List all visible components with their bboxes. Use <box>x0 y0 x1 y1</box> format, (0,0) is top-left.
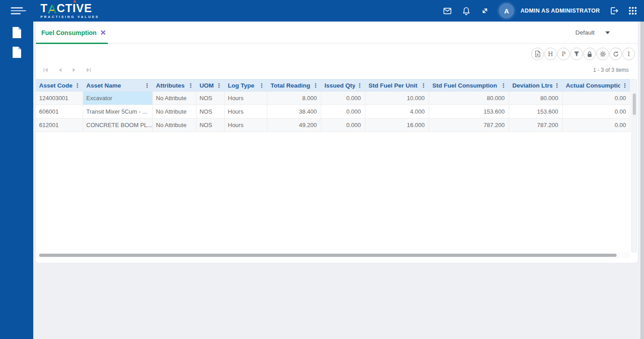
table-cell[interactable]: 0.00 <box>563 119 631 132</box>
table-cell[interactable]: 0.00 <box>563 105 631 118</box>
table-cell[interactable]: 606001 <box>36 105 83 118</box>
avatar[interactable]: A <box>499 3 514 18</box>
column-menu-icon[interactable]: ⋮ <box>419 82 428 89</box>
table-cell[interactable]: No Attribute <box>153 92 196 105</box>
column-header-asset-name[interactable]: Asset Name⋮ <box>83 79 153 91</box>
column-menu-icon[interactable]: ⋮ <box>214 82 224 89</box>
column-header-label: Actual Consumption <box>566 82 620 89</box>
last-page-button[interactable] <box>84 66 93 75</box>
table-cell[interactable]: 16.000 <box>365 119 429 132</box>
table-cell[interactable]: Hours <box>225 105 267 118</box>
table-cell[interactable]: NOS <box>196 92 225 105</box>
table-cell[interactable]: 0.00 <box>563 92 631 105</box>
pagination-controls <box>40 66 93 75</box>
hamburger-menu-icon[interactable] <box>0 7 33 14</box>
table-row[interactable]: 124003001ExcavatorNo AttributeNOSHours8.… <box>36 92 631 105</box>
bell-icon[interactable] <box>461 6 471 16</box>
table-cell[interactable]: No Attribute <box>153 105 196 118</box>
column-header-std-fuel-per-unit[interactable]: Std Fuel Per Unit⋮ <box>365 79 429 91</box>
column-header-attributes[interactable]: Attributes⋮ <box>153 79 196 91</box>
table-cell[interactable]: 612001 <box>36 119 83 132</box>
table-cell[interactable]: 4.000 <box>365 105 429 118</box>
logo-letters-ct: CT <box>57 3 72 14</box>
column-header-issued-qty[interactable]: Issued Qty⋮ <box>321 79 365 91</box>
column-menu-icon[interactable]: ⋮ <box>355 82 364 89</box>
left-sidebar <box>0 22 33 339</box>
column-menu-icon[interactable]: ⋮ <box>186 82 195 89</box>
table-cell[interactable]: 153.600 <box>509 105 563 118</box>
user-role-label: ADMIN AS ADMINISTRATOR <box>520 8 600 14</box>
table-cell[interactable]: NOS <box>196 119 225 132</box>
table-cell[interactable]: Hours <box>225 92 267 105</box>
sidebar-document-icon-2[interactable] <box>8 45 26 59</box>
browser-scrollbar[interactable] <box>640 22 644 339</box>
column-header-actual-consumption[interactable]: Actual Consumption⋮ <box>563 79 631 91</box>
mail-icon[interactable] <box>442 6 452 16</box>
main-content: Fuel Consumption Default H <box>33 22 644 339</box>
vertical-scrollbar[interactable] <box>631 79 637 252</box>
next-page-button[interactable] <box>69 66 79 75</box>
table-cell[interactable]: 0.000 <box>321 119 365 132</box>
table-cell[interactable]: 0.000 <box>321 105 365 118</box>
vertical-scrollbar-thumb[interactable] <box>633 93 636 115</box>
column-header-deviation-ltrs[interactable]: Deviation Ltrs⋮ <box>509 79 563 91</box>
sidebar-document-icon-1[interactable] <box>8 25 26 40</box>
column-glyph: I <box>627 51 630 57</box>
table-row[interactable]: 606001Transit Mixer 5Cum - ...No Attribu… <box>36 105 631 119</box>
table-cell[interactable]: 49.200 <box>267 119 321 132</box>
expand-icon[interactable] <box>480 6 490 16</box>
table-cell[interactable]: 38.400 <box>267 105 321 118</box>
table-row[interactable]: 612001CONCRETE BOOM PL...No AttributeNOS… <box>36 119 631 132</box>
table-cell[interactable]: 124003001 <box>36 92 83 105</box>
column-menu-icon[interactable]: ⋮ <box>142 82 152 89</box>
column-menu-icon[interactable]: ⋮ <box>499 82 508 89</box>
table-cell[interactable]: Transit Mixer 5Cum - ... <box>83 105 153 118</box>
table-cell[interactable]: No Attribute <box>153 119 196 132</box>
column-menu-icon[interactable]: ⋮ <box>552 82 562 89</box>
column-header-label: Issued Qty <box>324 82 355 89</box>
view-selector-dropdown[interactable]: Default <box>575 22 610 44</box>
table-cell[interactable]: 8.000 <box>267 92 321 105</box>
table-cell[interactable]: 153.600 <box>429 105 509 118</box>
table-cell[interactable]: CONCRETE BOOM PL... <box>83 119 153 132</box>
content-panel: Fuel Consumption Default H <box>36 22 638 263</box>
apps-grid-icon[interactable] <box>628 6 638 16</box>
column-settings-button[interactable]: I <box>622 48 635 60</box>
filter-button[interactable] <box>570 48 583 60</box>
column-header-log-type[interactable]: Log Type⋮ <box>225 79 267 91</box>
column-menu-icon[interactable]: ⋮ <box>311 82 320 89</box>
refresh-button[interactable] <box>609 48 622 60</box>
previous-page-button[interactable] <box>55 66 65 75</box>
table-cell[interactable]: 0.000 <box>321 92 365 105</box>
lock-button[interactable] <box>583 48 596 60</box>
table-cell[interactable]: Excavator <box>83 92 153 105</box>
horizontal-scrollbar[interactable] <box>37 252 631 258</box>
html-export-button[interactable]: H <box>544 48 557 60</box>
table-cell[interactable]: Hours <box>225 119 267 132</box>
tab-bar: Fuel Consumption Default <box>36 22 638 44</box>
settings-gear-icon[interactable] <box>596 48 609 60</box>
excel-export-button[interactable] <box>531 48 544 60</box>
column-header-uom[interactable]: UOM⋮ <box>196 79 225 91</box>
column-menu-icon[interactable]: ⋮ <box>257 82 266 89</box>
logout-icon[interactable] <box>609 6 619 16</box>
table-cell[interactable]: 787.200 <box>509 119 563 132</box>
horizontal-scrollbar-thumb[interactable] <box>39 254 617 257</box>
column-menu-icon[interactable]: ⋮ <box>73 82 82 89</box>
tab-fuel-consumption[interactable]: Fuel Consumption <box>36 22 108 44</box>
table-cell[interactable]: 80.000 <box>509 92 563 105</box>
table-cell[interactable]: 10.000 <box>365 92 429 105</box>
pdf-glyph: P <box>562 51 566 57</box>
pdf-export-button[interactable]: P <box>557 48 570 60</box>
first-page-button[interactable] <box>40 66 50 75</box>
table-cell[interactable]: 80.000 <box>429 92 509 105</box>
column-menu-icon[interactable]: ⋮ <box>620 82 630 89</box>
tab-close-icon[interactable] <box>101 30 106 35</box>
table-cell[interactable]: NOS <box>196 105 225 118</box>
column-header-std-fuel-consumption[interactable]: Std Fuel Consumption⋮ <box>429 79 509 91</box>
column-header-asset-code[interactable]: Asset Code⋮ <box>36 79 83 91</box>
column-header-total-reading[interactable]: Total Reading⋮ <box>267 79 321 91</box>
table-cell[interactable]: 787.200 <box>429 119 509 132</box>
items-count-label: 1 - 3 of 3 items <box>593 67 629 73</box>
view-selector-value: Default <box>575 29 595 36</box>
